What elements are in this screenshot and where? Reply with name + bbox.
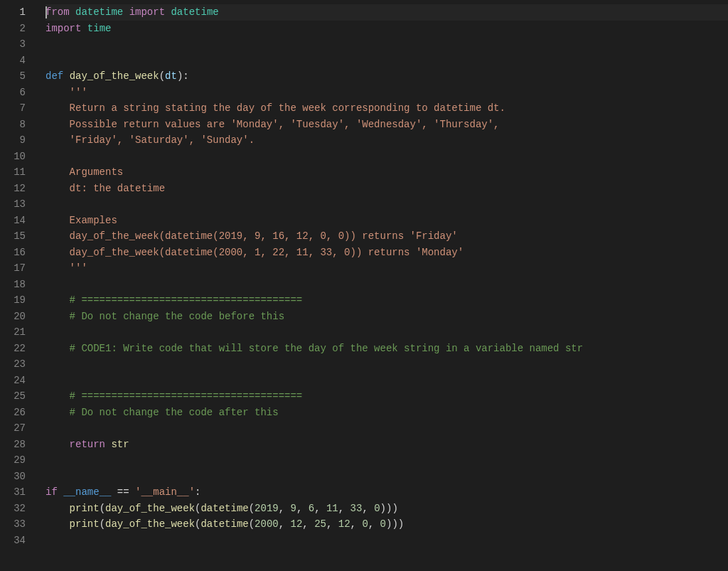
line-number: 11 bbox=[0, 164, 37, 181]
code-token: 0 bbox=[362, 518, 368, 530]
code-token: day_of_the_week(datetime(2019, 9, 16, 12… bbox=[70, 230, 458, 242]
line-number: 34 bbox=[0, 533, 37, 549]
code-token bbox=[111, 486, 117, 498]
code-line[interactable] bbox=[46, 277, 728, 293]
line-number: 14 bbox=[0, 213, 37, 229]
code-token bbox=[46, 87, 70, 98]
code-token: 25 bbox=[314, 518, 326, 530]
code-line[interactable] bbox=[46, 36, 728, 53]
code-area[interactable]: from datetime import datetimeimport time… bbox=[37, 0, 728, 571]
code-line[interactable]: import time bbox=[46, 21, 728, 37]
code-token: # ===================================== bbox=[70, 390, 303, 402]
code-token bbox=[46, 134, 70, 146]
line-number: 21 bbox=[0, 324, 37, 341]
code-token: 11 bbox=[326, 503, 338, 514]
code-token: print bbox=[70, 518, 100, 530]
code-token: Arguments bbox=[70, 166, 124, 178]
code-token: return bbox=[70, 439, 105, 450]
code-token: ( bbox=[249, 503, 255, 514]
code-line[interactable]: # Do not change the code before this bbox=[46, 309, 728, 325]
code-line[interactable] bbox=[46, 452, 728, 469]
code-line[interactable]: 'Friday', 'Saturday', 'Sunday'. bbox=[46, 132, 728, 149]
code-line[interactable]: # Do not change the code after this bbox=[46, 405, 728, 421]
code-token: , bbox=[362, 503, 374, 514]
code-line[interactable]: print(day_of_the_week(datetime(2019, 9, … bbox=[46, 501, 728, 517]
code-token bbox=[129, 486, 135, 498]
line-number: 7 bbox=[0, 100, 37, 117]
line-number: 9 bbox=[0, 132, 37, 149]
code-token: datetime bbox=[171, 6, 218, 18]
line-number: 23 bbox=[0, 356, 37, 373]
code-token: print bbox=[70, 503, 100, 514]
code-line[interactable]: Examples bbox=[46, 213, 728, 229]
code-line[interactable] bbox=[46, 324, 728, 341]
code-line[interactable] bbox=[46, 373, 728, 389]
code-line[interactable] bbox=[46, 149, 728, 165]
code-token bbox=[46, 183, 70, 194]
code-line[interactable]: day_of_the_week(datetime(2000, 1, 22, 11… bbox=[46, 245, 728, 261]
code-token: 12 bbox=[338, 518, 350, 530]
code-token: day_of_the_week bbox=[105, 518, 195, 530]
line-number-gutter: 1234567891011121314151617181920212223242… bbox=[0, 0, 37, 571]
code-line[interactable] bbox=[46, 356, 728, 373]
code-line[interactable]: day_of_the_week(datetime(2019, 9, 16, 12… bbox=[46, 228, 728, 245]
code-token bbox=[70, 6, 75, 18]
code-line[interactable]: if __name__ == '__main__': bbox=[46, 484, 728, 501]
code-token bbox=[46, 407, 70, 418]
code-token: Return a string stating the day of the w… bbox=[70, 102, 505, 114]
code-token bbox=[46, 343, 70, 354]
code-token: Possible return values are 'Monday', 'Tu… bbox=[70, 119, 500, 130]
code-token: '__main__' bbox=[135, 486, 195, 498]
code-line[interactable] bbox=[46, 469, 728, 485]
code-line[interactable] bbox=[46, 196, 728, 213]
code-token: : bbox=[183, 70, 188, 82]
code-token: __name__ bbox=[63, 486, 111, 498]
code-token bbox=[46, 215, 70, 226]
code-token bbox=[63, 70, 69, 82]
code-token: , bbox=[302, 518, 314, 530]
line-number: 33 bbox=[0, 516, 37, 533]
code-token: def bbox=[46, 70, 63, 82]
code-token: ))) bbox=[380, 503, 398, 514]
line-number: 18 bbox=[0, 277, 37, 293]
code-token: == bbox=[117, 486, 129, 498]
code-editor[interactable]: 1234567891011121314151617181920212223242… bbox=[0, 0, 728, 571]
code-line[interactable]: print(day_of_the_week(datetime(2000, 12,… bbox=[46, 516, 728, 533]
code-token: , bbox=[279, 518, 291, 530]
code-line[interactable]: def day_of_the_week(dt): bbox=[46, 68, 728, 85]
code-line[interactable]: Return a string stating the day of the w… bbox=[46, 100, 728, 117]
code-line[interactable]: from datetime import datetime bbox=[46, 4, 728, 21]
code-line[interactable]: # ===================================== bbox=[46, 388, 728, 405]
code-line[interactable] bbox=[46, 533, 728, 549]
code-line[interactable]: return str bbox=[46, 437, 728, 453]
code-line[interactable]: # ===================================== bbox=[46, 292, 728, 309]
code-token: # CODE1: Write code that will store the … bbox=[70, 343, 584, 354]
line-number: 25 bbox=[0, 388, 37, 405]
code-token bbox=[46, 247, 70, 258]
code-line[interactable]: ''' bbox=[46, 260, 728, 277]
code-line[interactable]: # CODE1: Write code that will store the … bbox=[46, 341, 728, 357]
code-token: ( bbox=[100, 518, 105, 530]
code-line[interactable] bbox=[46, 420, 728, 437]
line-number: 2 bbox=[0, 21, 37, 37]
code-line[interactable] bbox=[46, 53, 728, 69]
line-number: 30 bbox=[0, 469, 37, 485]
code-token: str bbox=[111, 439, 129, 450]
code-line[interactable]: dt: the datetime bbox=[46, 181, 728, 197]
code-line[interactable]: Arguments bbox=[46, 164, 728, 181]
line-number: 17 bbox=[0, 260, 37, 277]
code-line[interactable]: Possible return values are 'Monday', 'Tu… bbox=[46, 117, 728, 133]
code-token: 2019 bbox=[255, 503, 279, 514]
code-token: Examples bbox=[70, 215, 117, 226]
code-token bbox=[46, 439, 70, 450]
code-line[interactable]: ''' bbox=[46, 85, 728, 101]
code-token: ''' bbox=[70, 262, 87, 274]
line-number: 8 bbox=[0, 117, 37, 133]
line-number: 16 bbox=[0, 245, 37, 261]
line-number: 1 bbox=[0, 4, 37, 21]
code-token bbox=[81, 23, 87, 34]
line-number: 28 bbox=[0, 437, 37, 453]
line-number: 26 bbox=[0, 405, 37, 421]
code-token: , bbox=[296, 503, 309, 514]
code-token bbox=[46, 102, 70, 114]
